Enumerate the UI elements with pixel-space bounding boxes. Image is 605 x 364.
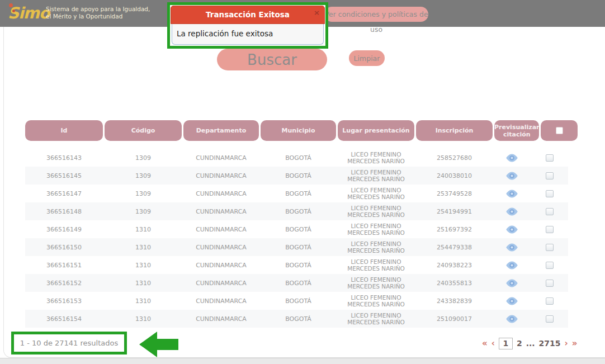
cell-id: 366516153 (25, 292, 103, 310)
tagline-line-2: el Mérito y la Oportunidad (46, 13, 150, 20)
cell-previsualizar (494, 292, 530, 310)
last-page-button[interactable]: » (572, 338, 578, 348)
eye-icon[interactable] (505, 261, 518, 270)
cell-codigo: 1310 (105, 274, 182, 292)
cell-lugar-presentacion: LICEO FEMENINO MERCEDES NARIÑO (338, 238, 414, 256)
row-checkbox[interactable] (546, 262, 554, 269)
lugar-text: LICEO FEMENINO MERCEDES NARIÑO (342, 294, 410, 308)
cell-select (531, 185, 568, 202)
cell-select (531, 292, 568, 310)
column-header-previsualizar-citacion: Previsualizar citación (494, 120, 539, 141)
column-header-departamento: Departamento (183, 120, 259, 141)
cell-previsualizar (494, 167, 530, 185)
row-checkbox[interactable] (546, 226, 554, 233)
cell-lugar-presentacion: LICEO FEMENINO MERCEDES NARIÑO (338, 274, 414, 292)
pagination: « ‹ 1 2 ... 2715 › » (482, 337, 577, 349)
row-checkbox[interactable] (546, 172, 554, 179)
eye-icon[interactable] (505, 243, 518, 252)
cell-departamento: CUNDINAMARCA (183, 310, 259, 328)
cell-departamento: CUNDINAMARCA (183, 149, 259, 167)
row-checkbox[interactable] (546, 154, 554, 162)
lugar-text: LICEO FEMENINO MERCEDES NARIÑO (342, 223, 410, 236)
cell-previsualizar (494, 238, 530, 256)
cell-municipio: BOGOTÁ (261, 238, 336, 256)
limpiar-button[interactable]: Limpiar (349, 50, 385, 66)
cell-id: 366516143 (25, 149, 103, 167)
current-page-box[interactable]: 1 (499, 338, 513, 349)
cell-lugar-presentacion: LICEO FEMENINO MERCEDES NARIÑO (338, 310, 414, 328)
cell-previsualizar (494, 202, 530, 220)
cell-departamento: CUNDINAMARCA (183, 256, 259, 274)
cell-id: 366516154 (25, 310, 103, 328)
lugar-text: LICEO FEMENINO MERCEDES NARIÑO (342, 240, 410, 254)
cell-municipio: BOGOTÁ (261, 220, 336, 238)
cell-inscripcion: 254479338 (416, 238, 493, 256)
tagline-line-1: Sistema de apoyo para la Igualdad, (46, 6, 150, 13)
cell-departamento: CUNDINAMARCA (183, 220, 259, 238)
select-all-checkbox[interactable] (556, 127, 563, 134)
page-2-button[interactable]: 2 (517, 339, 522, 348)
table-row: 366516147 1309 CUNDINAMARCA BOGOTÁ LICEO… (25, 185, 568, 202)
cell-inscripcion: 253749528 (416, 185, 493, 202)
row-checkbox[interactable] (546, 244, 554, 251)
eye-icon[interactable] (505, 225, 518, 234)
column-header-codigo: Código (105, 120, 182, 141)
cell-inscripcion: 240355813 (416, 274, 493, 292)
table-row: 366516153 1310 CUNDINAMARCA BOGOTÁ LICEO… (25, 292, 568, 310)
cell-municipio: BOGOTÁ (261, 310, 336, 328)
eye-icon[interactable] (505, 315, 518, 323)
buscar-button[interactable]: Buscar (217, 49, 327, 70)
row-checkbox[interactable] (546, 297, 554, 305)
cell-departamento: CUNDINAMARCA (183, 238, 259, 256)
last-page-number-button[interactable]: 2715 (539, 339, 561, 348)
cell-codigo: 1309 (105, 185, 182, 202)
column-header-inscripcion: Inscripción (416, 120, 493, 141)
row-checkbox[interactable] (546, 190, 554, 197)
cell-id: 366516152 (25, 274, 103, 292)
cell-lugar-presentacion: LICEO FEMENINO MERCEDES NARIÑO (338, 256, 414, 274)
cell-lugar-presentacion: LICEO FEMENINO MERCEDES NARIÑO (338, 292, 414, 310)
row-checkbox[interactable] (546, 208, 554, 215)
eye-icon[interactable] (505, 207, 518, 216)
cell-lugar-presentacion: LICEO FEMENINO MERCEDES NARIÑO (338, 167, 414, 185)
cell-select (531, 238, 568, 256)
eye-icon[interactable] (505, 190, 518, 198)
lugar-text: LICEO FEMENINO MERCEDES NARIÑO (342, 312, 410, 325)
close-icon[interactable]: × (314, 9, 320, 16)
toast-title: Transacción Exitosa (171, 6, 324, 23)
cell-inscripcion: 251697392 (416, 220, 493, 238)
cell-municipio: BOGOTÁ (261, 292, 336, 310)
cell-select (531, 310, 568, 328)
eye-icon[interactable] (505, 297, 518, 305)
row-checkbox[interactable] (546, 280, 554, 287)
table-row: 366516143 1309 CUNDINAMARCA BOGOTÁ LICEO… (25, 149, 568, 167)
table-row: 366516145 1309 CUNDINAMARCA BOGOTÁ LICEO… (25, 167, 568, 185)
cell-select (531, 167, 568, 185)
eye-icon[interactable] (505, 154, 518, 162)
row-checkbox[interactable] (546, 315, 554, 323)
cell-codigo: 1310 (105, 256, 182, 274)
simo-logo[interactable]: Simo (8, 4, 49, 22)
toast-header: Transacción Exitosa × (171, 6, 325, 24)
green-left-arrow-icon (139, 331, 178, 358)
simo-search-results-screen: Simo Sistema de apoyo para la Igualdad, … (0, 0, 605, 364)
cell-inscripcion: 258527680 (416, 149, 493, 167)
annotation-box-results: 1 - 10 de 27141 resultados (11, 332, 127, 354)
eye-icon[interactable] (505, 279, 518, 287)
terms-and-policies-button[interactable]: Ver condiciones y políticas de uso (324, 7, 428, 22)
table-body: 366516143 1309 CUNDINAMARCA BOGOTÁ LICEO… (25, 141, 568, 328)
cell-previsualizar (494, 274, 530, 292)
next-page-button[interactable]: › (565, 338, 568, 348)
cell-inscripcion: 240938223 (416, 256, 493, 274)
cell-lugar-presentacion: LICEO FEMENINO MERCEDES NARIÑO (338, 202, 414, 220)
previous-page-button[interactable]: ‹ (491, 338, 495, 348)
cell-departamento: CUNDINAMARCA (183, 185, 259, 202)
cell-municipio: BOGOTÁ (261, 149, 336, 167)
cell-select (531, 149, 568, 167)
cell-codigo: 1310 (105, 238, 182, 256)
eye-icon[interactable] (505, 172, 518, 180)
cell-select (531, 202, 568, 220)
first-page-button[interactable]: « (482, 338, 488, 348)
lugar-text: LICEO FEMENINO MERCEDES NARIÑO (342, 205, 410, 218)
cell-lugar-presentacion: LICEO FEMENINO MERCEDES NARIÑO (338, 220, 414, 238)
